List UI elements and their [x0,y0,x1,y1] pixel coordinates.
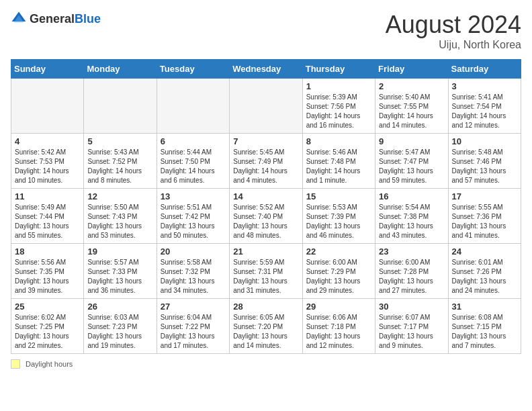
calendar-cell: 19Sunrise: 5:57 AM Sunset: 7:33 PM Dayli… [84,244,157,299]
day-number: 29 [306,302,371,312]
day-number: 18 [15,246,80,257]
calendar-cell: 21Sunrise: 5:59 AM Sunset: 7:31 PM Dayli… [230,244,302,299]
calendar-week-2: 11Sunrise: 5:49 AM Sunset: 7:44 PM Dayli… [11,189,521,244]
logo: GeneralBlue [11,11,101,27]
day-number: 17 [452,191,517,201]
day-number: 13 [161,191,226,201]
calendar-cell: 24Sunrise: 6:01 AM Sunset: 7:26 PM Dayli… [448,244,521,299]
calendar-cell: 20Sunrise: 5:58 AM Sunset: 7:32 PM Dayli… [157,244,229,299]
day-number: 22 [306,246,371,257]
day-info: Sunrise: 6:00 AM Sunset: 7:28 PM Dayligh… [379,258,444,295]
day-info: Sunrise: 5:48 AM Sunset: 7:46 PM Dayligh… [452,148,517,185]
calendar-week-1: 4Sunrise: 5:42 AM Sunset: 7:53 PM Daylig… [11,134,521,189]
day-number: 31 [452,302,517,312]
day-number: 28 [233,302,298,312]
day-info: Sunrise: 5:58 AM Sunset: 7:32 PM Dayligh… [161,258,226,295]
day-number: 30 [379,302,444,312]
day-number: 9 [379,136,444,146]
footer: Daylight hours [11,359,521,369]
day-number: 10 [452,136,517,146]
calendar-cell: 1Sunrise: 5:39 AM Sunset: 7:56 PM Daylig… [302,79,375,134]
header-wednesday: Wednesday [230,60,302,79]
logo-text: GeneralBlue [30,12,101,26]
calendar-cell: 2Sunrise: 5:40 AM Sunset: 7:55 PM Daylig… [375,79,448,134]
calendar-cell [84,79,157,134]
header-saturday: Saturday [448,60,521,79]
day-info: Sunrise: 5:51 AM Sunset: 7:42 PM Dayligh… [161,203,226,240]
day-info: Sunrise: 5:40 AM Sunset: 7:55 PM Dayligh… [379,93,444,130]
day-info: Sunrise: 5:56 AM Sunset: 7:35 PM Dayligh… [15,258,80,295]
day-number: 1 [306,81,371,91]
day-info: Sunrise: 5:46 AM Sunset: 7:48 PM Dayligh… [306,148,371,185]
day-number: 11 [15,191,80,201]
day-info: Sunrise: 6:07 AM Sunset: 7:17 PM Dayligh… [379,313,444,351]
header-monday: Monday [84,60,157,79]
calendar-week-4: 25Sunrise: 6:02 AM Sunset: 7:25 PM Dayli… [11,299,521,354]
day-number: 5 [87,136,152,146]
day-number: 4 [15,136,80,146]
calendar-cell: 29Sunrise: 6:06 AM Sunset: 7:18 PM Dayli… [302,299,375,354]
daylight-legend-box [11,359,20,369]
calendar-cell: 8Sunrise: 5:46 AM Sunset: 7:48 PM Daylig… [302,134,375,189]
calendar-cell: 23Sunrise: 6:00 AM Sunset: 7:28 PM Dayli… [375,244,448,299]
month-year-title: August 2024 [386,11,521,39]
calendar-cell: 26Sunrise: 6:03 AM Sunset: 7:23 PM Dayli… [84,299,157,354]
calendar-cell [157,79,229,134]
day-info: Sunrise: 6:03 AM Sunset: 7:23 PM Dayligh… [87,313,152,351]
day-number: 6 [161,136,226,146]
calendar-cell: 25Sunrise: 6:02 AM Sunset: 7:25 PM Dayli… [11,299,84,354]
calendar-cell: 10Sunrise: 5:48 AM Sunset: 7:46 PM Dayli… [448,134,521,189]
calendar-week-3: 18Sunrise: 5:56 AM Sunset: 7:35 PM Dayli… [11,244,521,299]
day-number: 27 [161,302,226,312]
day-number: 25 [15,302,80,312]
calendar-cell [230,79,302,134]
calendar-cell: 22Sunrise: 6:00 AM Sunset: 7:29 PM Dayli… [302,244,375,299]
day-info: Sunrise: 6:04 AM Sunset: 7:22 PM Dayligh… [161,313,226,351]
calendar-cell: 4Sunrise: 5:42 AM Sunset: 7:53 PM Daylig… [11,134,84,189]
day-number: 14 [233,191,298,201]
day-info: Sunrise: 5:41 AM Sunset: 7:54 PM Dayligh… [452,93,517,130]
day-number: 16 [379,191,444,201]
day-info: Sunrise: 6:05 AM Sunset: 7:20 PM Dayligh… [233,313,298,351]
day-number: 15 [306,191,371,201]
day-info: Sunrise: 6:00 AM Sunset: 7:29 PM Dayligh… [306,258,371,295]
calendar-cell: 17Sunrise: 5:55 AM Sunset: 7:36 PM Dayli… [448,189,521,244]
day-info: Sunrise: 5:44 AM Sunset: 7:50 PM Dayligh… [161,148,226,185]
calendar-cell: 16Sunrise: 5:54 AM Sunset: 7:38 PM Dayli… [375,189,448,244]
day-info: Sunrise: 5:47 AM Sunset: 7:47 PM Dayligh… [379,148,444,185]
day-info: Sunrise: 5:57 AM Sunset: 7:33 PM Dayligh… [87,258,152,295]
calendar-cell: 7Sunrise: 5:45 AM Sunset: 7:49 PM Daylig… [230,134,302,189]
calendar-cell: 3Sunrise: 5:41 AM Sunset: 7:54 PM Daylig… [448,79,521,134]
day-info: Sunrise: 5:52 AM Sunset: 7:40 PM Dayligh… [233,203,298,240]
day-info: Sunrise: 5:50 AM Sunset: 7:43 PM Dayligh… [87,203,152,240]
calendar-table: SundayMondayTuesdayWednesdayThursdayFrid… [11,59,521,354]
day-number: 2 [379,81,444,91]
header-sunday: Sunday [11,60,84,79]
day-info: Sunrise: 5:55 AM Sunset: 7:36 PM Dayligh… [452,203,517,240]
day-number: 20 [161,246,226,257]
day-number: 3 [452,81,517,91]
day-info: Sunrise: 5:54 AM Sunset: 7:38 PM Dayligh… [379,203,444,240]
calendar-cell: 6Sunrise: 5:44 AM Sunset: 7:50 PM Daylig… [157,134,229,189]
day-info: Sunrise: 6:06 AM Sunset: 7:18 PM Dayligh… [306,313,371,351]
day-number: 8 [306,136,371,146]
day-number: 24 [452,246,517,257]
day-info: Sunrise: 5:42 AM Sunset: 7:53 PM Dayligh… [15,148,80,185]
header-thursday: Thursday [302,60,375,79]
day-info: Sunrise: 5:59 AM Sunset: 7:31 PM Dayligh… [233,258,298,295]
day-info: Sunrise: 5:49 AM Sunset: 7:44 PM Dayligh… [15,203,80,240]
calendar-cell: 11Sunrise: 5:49 AM Sunset: 7:44 PM Dayli… [11,189,84,244]
calendar-cell: 5Sunrise: 5:43 AM Sunset: 7:52 PM Daylig… [84,134,157,189]
calendar-cell [11,79,84,134]
calendar-cell: 12Sunrise: 5:50 AM Sunset: 7:43 PM Dayli… [84,189,157,244]
calendar-cell: 15Sunrise: 5:53 AM Sunset: 7:39 PM Dayli… [302,189,375,244]
day-number: 19 [87,246,152,257]
calendar-header-row: SundayMondayTuesdayWednesdayThursdayFrid… [11,60,521,79]
page-header: GeneralBlue August 2024 Uiju, North Kore… [11,11,521,51]
day-info: Sunrise: 5:45 AM Sunset: 7:49 PM Dayligh… [233,148,298,185]
day-info: Sunrise: 5:53 AM Sunset: 7:39 PM Dayligh… [306,203,371,240]
calendar-cell: 27Sunrise: 6:04 AM Sunset: 7:22 PM Dayli… [157,299,229,354]
day-number: 21 [233,246,298,257]
day-number: 12 [87,191,152,201]
calendar-cell: 18Sunrise: 5:56 AM Sunset: 7:35 PM Dayli… [11,244,84,299]
